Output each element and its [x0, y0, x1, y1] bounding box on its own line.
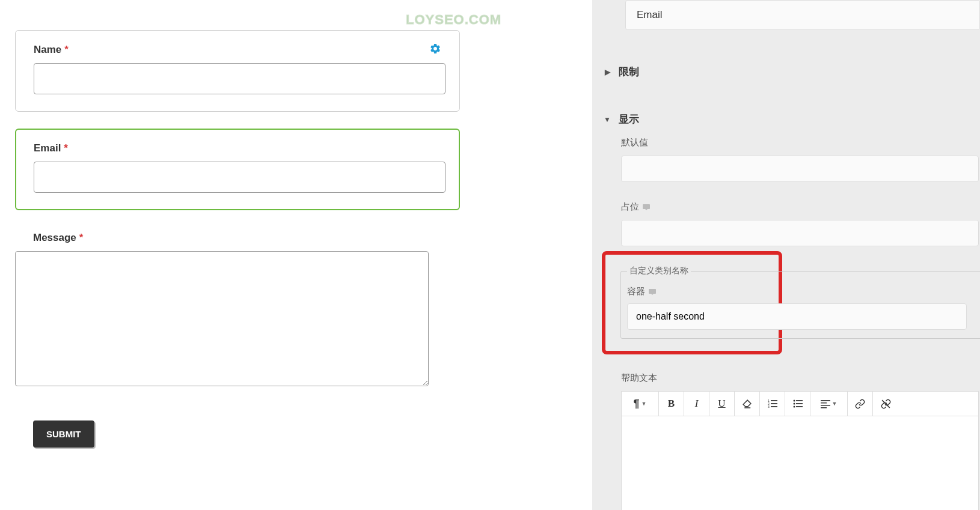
restriction-section-header[interactable]: ▶ 限制: [592, 60, 980, 83]
unordered-list-icon: [793, 399, 803, 408]
email-label-text: Email: [34, 142, 61, 154]
required-star: *: [79, 232, 84, 244]
align-button[interactable]: ▼: [810, 392, 848, 416]
watermark: LOYSEO.COM: [406, 12, 501, 28]
restriction-section-label: 限制: [619, 65, 639, 79]
bold-button[interactable]: B: [659, 392, 684, 416]
email-field-box[interactable]: Email *: [15, 129, 460, 210]
form-preview-area: Name * Email * Message *: [0, 0, 592, 510]
svg-point-9: [793, 400, 795, 402]
svg-point-13: [793, 406, 795, 408]
unordered-list-button[interactable]: [785, 392, 810, 416]
highlight-box: 自定义类别名称 容器: [602, 251, 782, 354]
svg-rect-10: [796, 400, 803, 401]
unlink-button[interactable]: [873, 392, 898, 416]
svg-point-11: [793, 403, 795, 405]
svg-text:2: 2: [768, 402, 770, 405]
required-star: *: [64, 142, 68, 154]
help-text-label: 帮助文本: [621, 372, 980, 384]
custom-class-fieldset: 自定义类别名称 容器: [620, 266, 980, 339]
name-field-box[interactable]: Name *: [15, 30, 460, 112]
default-value-label: 默认值: [621, 137, 980, 148]
ordered-list-icon: 1 2 3: [768, 399, 777, 408]
placeholder-label: 占位: [621, 201, 980, 213]
email-input[interactable]: [34, 162, 446, 193]
custom-class-legend: 自定义类别名称: [627, 266, 691, 276]
svg-rect-17: [821, 405, 830, 406]
container-input[interactable]: [627, 303, 967, 330]
svg-rect-6: [771, 403, 777, 404]
placeholder-input[interactable]: [621, 220, 979, 246]
email-label: Email *: [34, 142, 441, 154]
link-icon: [855, 399, 865, 409]
eraser-icon: [742, 399, 752, 409]
underline-icon: U: [718, 398, 725, 410]
svg-rect-14: [796, 406, 803, 407]
paragraph-format-button[interactable]: ¶ ▼: [622, 392, 659, 416]
svg-text:1: 1: [768, 399, 770, 402]
pilcrow-icon: ¶: [634, 398, 640, 410]
message-textarea[interactable]: [15, 251, 429, 386]
message-label-text: Message: [33, 232, 76, 244]
display-section-label: 显示: [619, 112, 639, 126]
tooltip-icon: [649, 289, 656, 295]
italic-button[interactable]: I: [684, 392, 709, 416]
triangle-right-icon: ▶: [602, 68, 613, 76]
submit-button[interactable]: SUBMIT: [33, 420, 94, 448]
align-icon: [821, 399, 830, 408]
message-label: Message *: [33, 232, 442, 244]
chevron-down-icon: ▼: [642, 401, 647, 407]
bold-icon: B: [668, 398, 675, 410]
display-section-body: 默认值 占位 自定义类别名称 容器: [592, 137, 980, 354]
eraser-button[interactable]: [735, 392, 760, 416]
chevron-down-icon: ▼: [832, 401, 838, 407]
svg-rect-4: [771, 400, 777, 401]
tooltip-icon: [643, 204, 650, 210]
help-text-editor[interactable]: [621, 416, 979, 510]
svg-rect-16: [821, 402, 827, 404]
link-button[interactable]: [848, 392, 873, 416]
required-star: *: [64, 44, 69, 56]
underline-button[interactable]: U: [709, 392, 735, 416]
svg-text:3: 3: [768, 405, 770, 408]
name-label-text: Name: [34, 44, 61, 56]
ordered-list-button[interactable]: 1 2 3: [760, 392, 785, 416]
name-label: Name *: [34, 44, 441, 56]
gear-icon[interactable]: [429, 43, 441, 56]
container-label: 容器: [627, 286, 980, 297]
display-section-header[interactable]: ▼ 显示: [592, 108, 980, 131]
default-value-input[interactable]: [621, 156, 979, 182]
editor-toolbar: ¶ ▼ B I U: [621, 391, 979, 416]
svg-rect-0: [643, 204, 650, 209]
italic-icon: I: [695, 398, 699, 410]
sidebar-email-input[interactable]: [625, 0, 980, 30]
name-input[interactable]: [34, 63, 446, 94]
unlink-icon: [881, 399, 891, 409]
svg-rect-1: [649, 289, 656, 294]
svg-rect-18: [821, 407, 827, 408]
svg-line-19: [882, 400, 890, 408]
svg-rect-12: [796, 403, 803, 404]
sidebar: ▶ 限制 ▼ 显示 默认值 占位: [592, 0, 980, 510]
svg-rect-15: [821, 400, 830, 401]
svg-rect-8: [771, 406, 777, 407]
message-field-box[interactable]: Message * SUBMIT: [33, 227, 460, 448]
triangle-down-icon: ▼: [602, 115, 613, 124]
